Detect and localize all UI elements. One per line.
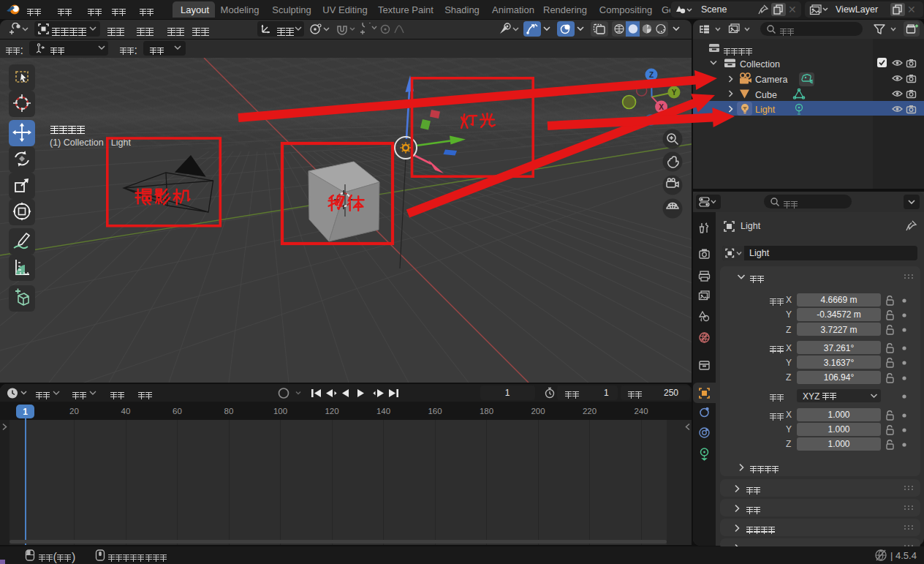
svg-text:Y: Y	[672, 89, 677, 97]
svg-text:Z: Z	[649, 71, 654, 79]
svg-text:X: X	[659, 103, 664, 111]
